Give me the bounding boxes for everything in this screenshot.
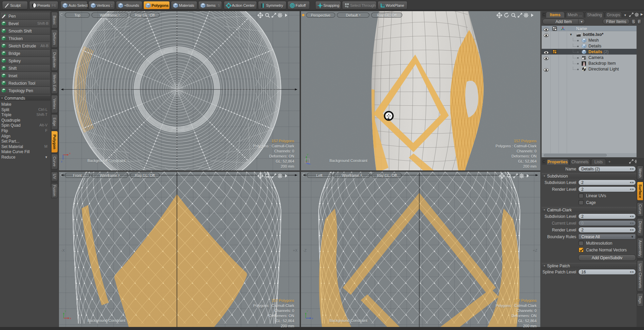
svg-text:+X: +X: [293, 248, 298, 252]
svg-text:z: z: [61, 160, 62, 163]
svg-text:-X: -X: [61, 248, 65, 252]
svg-text:Y: Y: [64, 310, 66, 313]
svg-text:x: x: [70, 317, 71, 320]
svg-text:x: x: [306, 160, 307, 163]
svg-text:x: x: [69, 152, 71, 155]
svg-text:+Z: +Z: [533, 248, 537, 252]
svg-text:z: z: [312, 317, 313, 320]
svg-text:Y: Y: [306, 310, 308, 313]
svg-text:-Z: -Z: [303, 248, 307, 252]
svg-text:Y: Y: [307, 153, 309, 156]
